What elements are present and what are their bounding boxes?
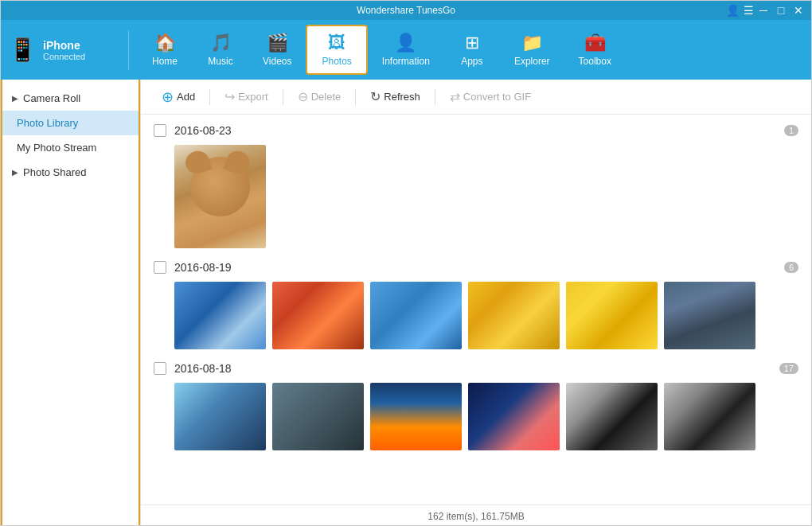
nav-label-home: Home — [152, 56, 178, 67]
sidebar-item-photo-library[interactable]: Photo Library — [2, 111, 139, 135]
refresh-button[interactable]: ↻ Refresh — [362, 85, 428, 108]
nav-item-toolbox[interactable]: 🧰 Toolbox — [564, 25, 626, 75]
date-checkbox-1[interactable] — [154, 124, 166, 137]
photo-thumb[interactable] — [468, 383, 560, 450]
app-title: Wondershare TunesGo — [357, 5, 455, 16]
photo-thumb[interactable] — [174, 145, 266, 248]
status-text: 162 item(s), 161.75MB — [427, 511, 524, 522]
sidebar-label-camera-roll: Camera Roll — [23, 92, 80, 104]
toolbox-icon: 🧰 — [584, 33, 606, 53]
nav-item-photos[interactable]: 🖼 Photos — [306, 25, 367, 75]
sidebar-item-my-photo-stream[interactable]: My Photo Stream — [2, 135, 139, 160]
sidebar-label-photo-library: Photo Library — [17, 117, 78, 129]
date-count-3: 17 — [779, 363, 798, 374]
sidebar-item-camera-roll[interactable]: ▶ Camera Roll — [2, 86, 139, 111]
gif-label: Convert to GIF — [463, 91, 531, 103]
title-bar: Wondershare TunesGo 👤 ☰ ─ □ ✕ — [1, 1, 811, 20]
device-name: iPhone — [43, 39, 85, 52]
photo-grid-2 — [174, 282, 798, 349]
nav-items: 🏠 Home 🎵 Music 🎬 Videos 🖼 Photos 👤 Infor… — [137, 25, 803, 75]
videos-icon: 🎬 — [267, 33, 288, 53]
information-icon: 👤 — [395, 33, 416, 53]
photo-thumb[interactable] — [664, 383, 755, 450]
date-label-1: 2016-08-23 — [174, 124, 232, 137]
delete-icon: ⊖ — [298, 89, 308, 104]
sidebar-label-photo-shared: Photo Shared — [23, 166, 87, 178]
photos-scroll-area[interactable]: 2016-08-23 1 2016-08-19 — [141, 115, 811, 505]
toolbar-sep-2 — [283, 89, 283, 105]
nav-label-toolbox: Toolbox — [579, 56, 611, 67]
photo-thumb[interactable] — [272, 383, 364, 450]
date-label-2: 2016-08-19 — [174, 261, 232, 274]
nav-label-videos: Videos — [263, 56, 291, 67]
nav-item-information[interactable]: 👤 Information — [368, 25, 444, 75]
nav-label-information: Information — [382, 56, 430, 67]
add-icon: ⊕ — [162, 88, 174, 106]
add-label: Add — [177, 91, 195, 103]
music-icon: 🎵 — [210, 33, 232, 53]
minimize-button[interactable]: ─ — [757, 4, 770, 17]
photo-thumb[interactable] — [468, 282, 560, 349]
menu-icon[interactable]: ☰ — [744, 4, 754, 17]
toolbar-sep-4 — [435, 89, 435, 105]
photos-icon: 🖼 — [328, 33, 345, 53]
home-icon: 🏠 — [154, 33, 176, 53]
date-checkbox-3[interactable] — [154, 362, 166, 375]
photo-thumb[interactable] — [174, 383, 266, 450]
device-info: 📱 iPhone Connected — [9, 37, 112, 63]
date-count-1: 1 — [784, 125, 798, 136]
nav-label-photos: Photos — [322, 56, 351, 67]
add-button[interactable]: ⊕ Add — [154, 84, 203, 110]
convert-to-gif-button[interactable]: ⇄ Convert to GIF — [442, 85, 539, 108]
refresh-label: Refresh — [384, 91, 420, 103]
photo-grid-1 — [174, 145, 798, 248]
photo-thumb[interactable] — [174, 282, 266, 349]
status-bar: 162 item(s), 161.75MB — [141, 505, 811, 526]
content-area: ⊕ Add ↪ Export ⊖ Delete ↻ Refresh ⇄ Conv… — [140, 80, 811, 526]
photo-thumb[interactable] — [272, 282, 364, 349]
nav-item-apps[interactable]: ⊞ Apps — [444, 25, 500, 75]
export-label: Export — [238, 91, 268, 103]
export-button[interactable]: ↪ Export — [217, 85, 276, 108]
photo-thumb[interactable] — [664, 282, 755, 349]
photo-thumb[interactable] — [370, 383, 462, 450]
arrow-icon: ▶ — [12, 94, 18, 103]
window-controls: ─ □ ✕ — [757, 4, 805, 17]
toolbar-sep-1 — [209, 89, 210, 105]
delete-label: Delete — [311, 91, 342, 103]
date-group-2016-08-19: 2016-08-19 6 — [154, 261, 798, 349]
nav-divider — [128, 30, 129, 70]
nav-label-music: Music — [208, 56, 232, 67]
user-icon[interactable]: 👤 — [726, 4, 740, 17]
nav-label-explorer: Explorer — [514, 56, 550, 67]
sidebar-item-photo-shared[interactable]: ▶ Photo Shared — [2, 160, 139, 185]
nav-item-explorer[interactable]: 📁 Explorer — [500, 25, 564, 75]
date-group-2016-08-18: 2016-08-18 17 — [154, 362, 798, 450]
delete-button[interactable]: ⊖ Delete — [290, 85, 349, 108]
date-checkbox-2[interactable] — [154, 261, 166, 274]
gif-icon: ⇄ — [450, 89, 460, 104]
nav-item-music[interactable]: 🎵 Music — [193, 25, 248, 75]
toolbar: ⊕ Add ↪ Export ⊖ Delete ↻ Refresh ⇄ Conv… — [141, 80, 811, 115]
toolbar-sep-3 — [355, 89, 356, 105]
sidebar-label-my-photo-stream: My Photo Stream — [17, 142, 96, 154]
export-icon: ↪ — [224, 89, 235, 104]
refresh-icon: ↻ — [370, 89, 381, 104]
photo-thumb[interactable] — [566, 282, 658, 349]
photo-thumb[interactable] — [566, 383, 658, 450]
apps-icon: ⊞ — [465, 33, 479, 53]
top-nav: 📱 iPhone Connected 🏠 Home 🎵 Music 🎬 Vide… — [1, 20, 811, 80]
date-label-3: 2016-08-18 — [174, 362, 232, 375]
arrow-icon-shared: ▶ — [12, 168, 18, 177]
photo-grid-3 — [174, 383, 798, 450]
device-icon: 📱 — [9, 37, 37, 63]
sidebar: ▶ Camera Roll Photo Library My Photo Str… — [1, 80, 140, 526]
photo-thumb[interactable] — [370, 282, 462, 349]
date-count-2: 6 — [784, 262, 798, 273]
maximize-button[interactable]: □ — [775, 4, 787, 17]
nav-item-home[interactable]: 🏠 Home — [137, 25, 193, 75]
nav-item-videos[interactable]: 🎬 Videos — [248, 25, 306, 75]
explorer-icon: 📁 — [521, 33, 543, 53]
close-button[interactable]: ✕ — [792, 4, 805, 17]
device-status: Connected — [43, 52, 85, 61]
